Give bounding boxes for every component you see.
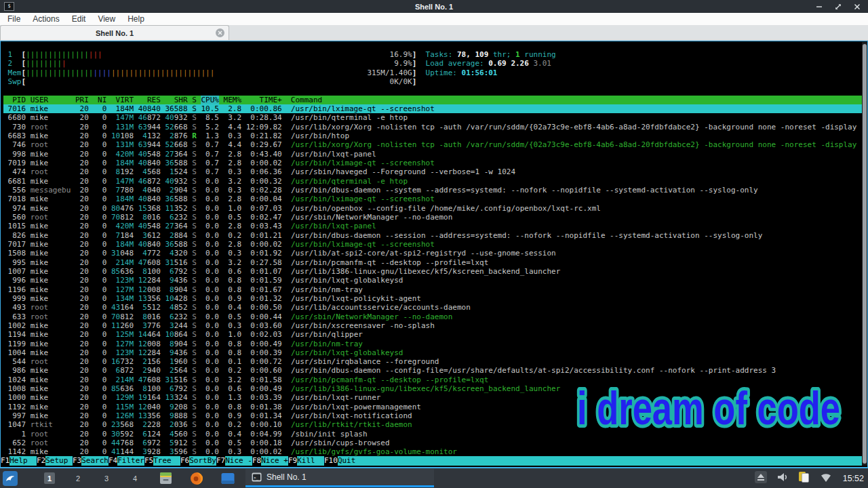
maximize-button[interactable] xyxy=(834,3,842,10)
process-row-1002[interactable]: 1002 mike 20 0 11260 3776 3244 S 0.0 0.3… xyxy=(3,321,862,330)
fkey-f4[interactable]: F4 xyxy=(108,456,117,466)
menu-file[interactable]: File xyxy=(1,13,26,25)
menu-bar: FileActionsEditViewHelp xyxy=(0,13,868,25)
title-bar[interactable]: $ Shell No. 1 xyxy=(0,0,868,13)
lxqt-bird-icon xyxy=(4,472,16,485)
process-row-560[interactable]: 560 root 20 0 70812 8016 6232 S 0.0 0.5 … xyxy=(3,213,862,222)
process-row-6683[interactable]: 6683 mike 20 0 10108 4132 2876 R 1.3 0.3… xyxy=(3,131,862,140)
process-table-header[interactable]: PID USER PRI NI VIRT RES SHR S CPU% MEM%… xyxy=(3,96,862,104)
menu-help[interactable]: Help xyxy=(121,13,151,25)
file-manager-launcher[interactable] xyxy=(159,472,172,485)
workspace-2[interactable]: 2 xyxy=(73,472,83,484)
volume-icon[interactable] xyxy=(776,471,789,486)
app-menu-button[interactable] xyxy=(3,471,18,486)
process-row-1508[interactable]: 1508 mike 20 0 31048 4772 4320 S 0.0 0.3… xyxy=(3,249,862,258)
clock[interactable]: 15:52 xyxy=(843,474,864,483)
fkey-action-tree[interactable]: Tree xyxy=(153,456,180,466)
terminal-scrollbar[interactable] xyxy=(862,42,867,466)
fkey-f2[interactable]: F2 xyxy=(37,456,45,466)
fkey-action-setup[interactable]: Setup xyxy=(45,456,73,466)
process-row-996[interactable]: 996 mike 20 0 123M 12284 9436 S 0.0 0.8 … xyxy=(3,276,862,285)
close-button[interactable] xyxy=(853,3,861,10)
tab-shell-no-1[interactable]: Shell No. 1 xyxy=(0,25,229,40)
process-row-995[interactable]: 995 mike 20 0 214M 47608 31516 S 0.0 3.2… xyxy=(3,258,862,267)
removable-media-icon[interactable] xyxy=(754,470,768,487)
process-row-6680[interactable]: 6680 mike 20 0 147M 46872 40932 S 8.5 3.… xyxy=(3,113,862,122)
menu-edit[interactable]: Edit xyxy=(66,13,92,25)
workspace-1[interactable]: 1 xyxy=(44,472,55,484)
process-row-974[interactable]: 974 mike 20 0 80476 15368 11352 S 0.0 1.… xyxy=(3,204,862,213)
process-row-1196[interactable]: 1196 mike 20 0 127M 12008 8904 S 0.0 0.8… xyxy=(3,285,862,294)
process-row-746[interactable]: 746 root 20 0 131M 63944 52668 S 0.7 4.4… xyxy=(3,140,862,149)
fkey-f10[interactable]: F10 xyxy=(324,456,338,466)
fkey-action-sortby[interactable]: SortBy xyxy=(189,456,216,466)
process-row-493[interactable]: 493 root 20 0 43164 5512 4852 S 0.0 0.4 … xyxy=(3,303,862,312)
terminal-screen[interactable]: 1 [|||||||||||||||||16.9%] Tasks: 78, 10… xyxy=(0,41,868,468)
process-row-1007[interactable]: 1007 mike 20 0 85636 8100 6792 S 0.0 0.6… xyxy=(3,267,862,276)
qterminal-dropdown-launcher[interactable] xyxy=(221,472,235,485)
tab-label: Shell No. 1 xyxy=(96,29,134,37)
process-row-1004[interactable]: 1004 mike 20 0 123M 12284 9436 S 0.0 0.8… xyxy=(3,348,862,357)
process-row-730[interactable]: 730 root 20 0 131M 63944 52668 S 5.2 4.4… xyxy=(3,123,862,131)
menu-view[interactable]: View xyxy=(92,13,121,25)
process-row-7016[interactable]: 7016 mike 20 0 184M 40840 36588 S 10.5 2… xyxy=(3,104,862,113)
process-row-6681[interactable]: 6681 mike 20 0 147M 46872 40932 S 0.0 3.… xyxy=(3,177,862,186)
fkey-action-quit[interactable]: Quit xyxy=(338,456,356,466)
process-row-7018[interactable]: 7018 mike 20 0 184M 40840 36588 S 0.0 2.… xyxy=(3,195,862,203)
pcmanfm-icon xyxy=(159,472,172,485)
blue-screen-icon xyxy=(221,472,235,485)
process-row-826[interactable]: 826 mike 20 0 7184 3612 2884 S 0.0 0.2 0… xyxy=(3,231,862,240)
meter-swp: Swp[0K/0K] xyxy=(3,77,862,86)
firefox-icon xyxy=(190,472,203,485)
system-tray: 15:52 xyxy=(754,470,864,487)
taskbar: 1234 >_ Shell No. 1 xyxy=(0,468,868,488)
tab-close-icon[interactable] xyxy=(216,28,224,37)
process-row-1194[interactable]: 1194 mike 20 0 125M 14464 10864 S 0.0 1.… xyxy=(3,330,862,339)
task-label: Shell No. 1 xyxy=(267,472,307,482)
process-row-7017[interactable]: 7017 mike 20 0 184M 40840 36588 S 0.0 2.… xyxy=(3,240,862,249)
process-row-998[interactable]: 998 mike 20 0 420M 40548 27364 S 0.7 2.8… xyxy=(3,150,862,159)
fkey-f3[interactable]: F3 xyxy=(73,456,81,466)
meter-cpu2: 2 [|||||||||9.9%] Load average: 0.69 2.2… xyxy=(3,59,862,68)
fkey-action-nice-[interactable]: Nice - xyxy=(225,456,252,466)
process-row-7019[interactable]: 7019 mike 20 0 184M 40840 36588 S 0.7 2.… xyxy=(3,159,862,167)
window-title: Shell No. 1 xyxy=(0,3,868,11)
firefox-launcher[interactable] xyxy=(190,472,203,485)
workspace-4[interactable]: 4 xyxy=(130,472,140,484)
fkey-f8[interactable]: F8 xyxy=(252,456,261,466)
process-row-633[interactable]: 633 root 20 0 70812 8016 6232 S 0.0 0.5 … xyxy=(3,312,862,321)
process-row-1015[interactable]: 1015 mike 20 0 420M 40548 27364 S 0.0 2.… xyxy=(3,222,862,230)
minimize-button[interactable] xyxy=(815,3,823,10)
fkey-f6[interactable]: F6 xyxy=(180,456,189,466)
process-row-1142[interactable]: 1142 mike 20 0 41144 3928 3596 S 0.0 0.3… xyxy=(3,447,862,456)
meter-cpu1: 1 [|||||||||||||||||16.9%] Tasks: 78, 10… xyxy=(3,50,862,59)
fkey-f9[interactable]: F9 xyxy=(288,456,297,466)
workspace-3[interactable]: 3 xyxy=(101,472,112,484)
fkey-bar-filler xyxy=(355,456,867,466)
fkey-action-help[interactable]: Help xyxy=(9,456,37,466)
watermark: i dream of code xyxy=(573,380,844,444)
process-row-999[interactable]: 999 mike 20 0 134M 13356 10428 S 0.0 0.9… xyxy=(3,294,862,303)
network-wifi-icon[interactable] xyxy=(819,471,833,486)
fkey-f7[interactable]: F7 xyxy=(216,456,225,466)
process-row-474[interactable]: 474 root 20 0 8192 4568 1524 S 0.7 0.3 0… xyxy=(3,167,862,176)
qterminal-window: $ Shell No. 1 FileActionsEditViewHelp Sh… xyxy=(0,0,868,468)
process-row-556[interactable]: 556 messagebu 20 0 7780 4040 2904 S 0.0 … xyxy=(3,186,862,195)
fkey-f1[interactable]: F1 xyxy=(1,456,9,466)
fkey-action-search[interactable]: Search xyxy=(81,456,108,466)
scrollbar-thumb[interactable] xyxy=(863,44,867,464)
fkey-action-filter[interactable]: Filter xyxy=(117,456,144,466)
process-row-1199[interactable]: 1199 mike 20 0 127M 12008 8904 S 0.0 0.8… xyxy=(3,340,862,348)
fkey-action-nice-[interactable]: Nice + xyxy=(261,456,288,466)
tab-bar: Shell No. 1 xyxy=(0,25,868,41)
fkey-action-kill[interactable]: Kill xyxy=(297,456,324,466)
menu-actions[interactable]: Actions xyxy=(26,13,65,25)
fkey-f5[interactable]: F5 xyxy=(144,456,153,466)
meter-mem: Mem[||||||||||||||||||||||||||||||||||||… xyxy=(3,68,862,77)
workspace-pager: 1234 xyxy=(35,472,149,484)
taskbar-task-shell-no-1[interactable]: >_ Shell No. 1 xyxy=(245,469,434,487)
terminal-task-icon: >_ xyxy=(252,472,262,482)
watermark-text: i dream of code xyxy=(577,382,840,434)
clipboard-icon[interactable] xyxy=(797,470,810,486)
process-row-544[interactable]: 544 root 20 0 16732 2156 1960 S 0.0 0.1 … xyxy=(3,357,862,366)
